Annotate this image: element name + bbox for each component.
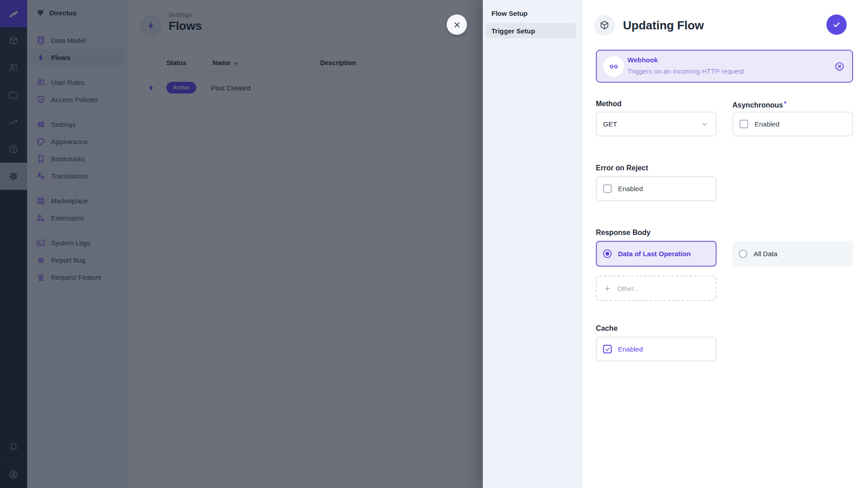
asynchronous-label: Asynchronous* — [732, 100, 786, 109]
radio-icon — [739, 249, 747, 258]
drawer-content: Updating Flow Webhook Triggers on an inc… — [582, 0, 868, 488]
asynchronous-field[interactable]: Enabled — [732, 112, 853, 136]
error-on-reject-label: Error on Reject — [596, 164, 648, 172]
updating-flow-drawer: Flow SetupTrigger Setup Updating Flow We… — [483, 0, 868, 488]
x-icon — [453, 20, 462, 29]
response-body-other-button[interactable]: Other... — [596, 276, 717, 301]
check-icon — [604, 346, 611, 352]
radio-selected-icon — [603, 249, 612, 258]
plus-icon — [603, 284, 612, 293]
response-body-option-all-data[interactable]: All Data — [732, 241, 853, 267]
cache-field[interactable]: Enabled — [596, 337, 717, 361]
error-on-reject-field[interactable]: Enabled — [596, 176, 717, 201]
cache-checkbox-label: Enabled — [618, 345, 643, 353]
webhook-icon-circle — [603, 56, 624, 77]
error-on-reject-checkbox[interactable] — [603, 184, 612, 193]
asynchronous-checkbox[interactable] — [740, 120, 748, 128]
cube-icon — [599, 20, 610, 31]
chevron-down-icon — [700, 120, 709, 129]
webhook-trigger-card[interactable]: Webhook Triggers on an incoming HTTP req… — [596, 50, 853, 83]
save-button[interactable] — [826, 14, 847, 35]
drawer-overlay[interactable] — [0, 0, 483, 488]
method-value: GET — [603, 120, 617, 128]
other-label: Other... — [617, 285, 639, 292]
trigger-card-description: Triggers on an incoming HTTP request — [627, 67, 744, 75]
drawer-nav-trigger-setup[interactable]: Trigger Setup — [486, 23, 576, 38]
drawer-title: Updating Flow — [623, 19, 704, 33]
asynchronous-checkbox-label: Enabled — [755, 120, 779, 128]
cache-label: Cache — [596, 324, 618, 333]
response-body-option-last-operation[interactable]: Data of Last Operation — [596, 241, 717, 267]
trigger-card-title: Webhook — [627, 56, 658, 64]
error-on-reject-checkbox-label: Enabled — [618, 185, 643, 192]
drawer-title-icon-circle — [594, 15, 615, 36]
method-label: Method — [596, 100, 622, 108]
check-icon — [832, 20, 841, 29]
drawer-nav-flow-setup[interactable]: Flow Setup — [486, 5, 576, 21]
drawer-nav: Flow SetupTrigger Setup — [483, 0, 582, 488]
required-asterisk: * — [784, 100, 786, 107]
link-icon — [609, 61, 619, 72]
response-body-label: Response Body — [596, 229, 651, 237]
circle-x-icon[interactable] — [834, 61, 845, 72]
cache-checkbox[interactable] — [603, 345, 612, 353]
method-select[interactable]: GET — [596, 112, 717, 136]
drawer-close-button[interactable] — [447, 14, 467, 35]
